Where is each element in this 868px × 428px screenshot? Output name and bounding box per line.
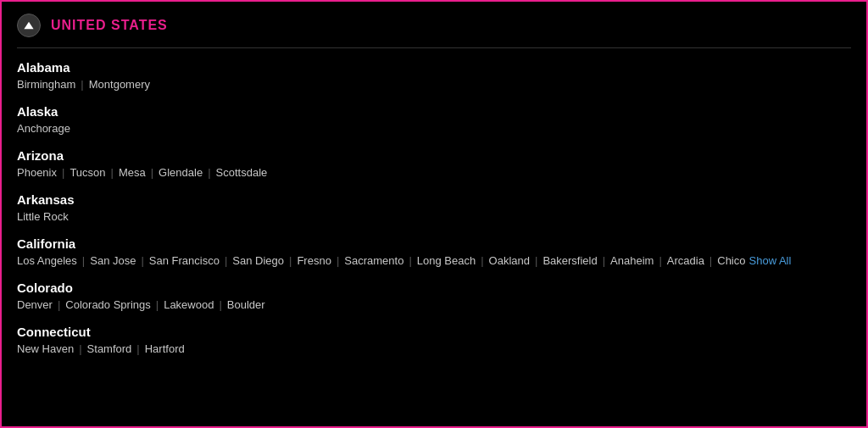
- city-separator: |: [225, 254, 227, 267]
- city-item: Mesa|: [119, 166, 159, 179]
- city-separator: |: [208, 166, 210, 179]
- city-item: Chico: [717, 254, 745, 267]
- city-item: Phoenix|: [17, 166, 70, 179]
- city-link[interactable]: Glendale: [159, 166, 203, 179]
- city-link[interactable]: Boulder: [227, 298, 265, 311]
- city-separator: |: [709, 254, 712, 267]
- city-separator: |: [337, 254, 339, 267]
- cities-list: Little Rock: [17, 210, 851, 223]
- show-all-button[interactable]: Show All: [749, 254, 792, 267]
- state-section-colorado: ColoradoDenver|Colorado Springs|Lakewood…: [17, 281, 851, 311]
- city-link[interactable]: Los Angeles: [17, 254, 77, 267]
- city-link[interactable]: San Jose: [90, 254, 136, 267]
- city-link[interactable]: Fresno: [297, 254, 331, 267]
- city-link[interactable]: Anaheim: [610, 254, 654, 267]
- cities-list: Denver|Colorado Springs|Lakewood|Boulder: [17, 298, 851, 311]
- city-separator: |: [535, 254, 537, 267]
- collapse-button[interactable]: [17, 14, 41, 37]
- city-item: Hartford: [145, 342, 185, 355]
- city-separator: |: [219, 298, 221, 311]
- city-link[interactable]: Sacramento: [344, 254, 403, 267]
- city-item: Anaheim|: [610, 254, 667, 267]
- city-link[interactable]: Tucson: [70, 166, 105, 179]
- city-separator: |: [136, 342, 139, 355]
- cities-list: New Haven|Stamford|Hartford: [17, 342, 851, 355]
- state-name: California: [17, 236, 851, 251]
- city-item: Long Beach|: [417, 254, 489, 267]
- state-name: Alabama: [17, 60, 851, 75]
- state-name: Arkansas: [17, 192, 851, 207]
- city-item: Los Angeles|: [17, 254, 90, 267]
- city-item: Oakland|: [489, 254, 543, 267]
- city-link[interactable]: Phoenix: [17, 166, 57, 179]
- city-link[interactable]: San Francisco: [149, 254, 220, 267]
- city-separator: |: [481, 254, 483, 267]
- state-section-connecticut: ConnecticutNew Haven|Stamford|Hartford: [17, 325, 851, 355]
- city-link[interactable]: Montgomery: [89, 78, 150, 91]
- city-item: Stamford|: [87, 342, 145, 355]
- state-section-arkansas: ArkansasLittle Rock: [17, 192, 851, 223]
- state-name: Arizona: [17, 148, 851, 163]
- city-item: San Diego|: [232, 254, 297, 267]
- city-item: Anchorage: [17, 122, 70, 135]
- header-divider: [17, 47, 851, 48]
- state-section-alaska: AlaskaAnchorage: [17, 104, 851, 135]
- city-separator: |: [156, 298, 159, 311]
- cities-list: Los Angeles|San Jose|San Francisco|San D…: [17, 254, 851, 267]
- city-item: Montgomery: [89, 78, 150, 91]
- city-item: Boulder: [227, 298, 265, 311]
- city-link[interactable]: Anchorage: [17, 122, 70, 135]
- city-separator: |: [82, 254, 85, 267]
- city-item: Sacramento|: [344, 254, 416, 267]
- city-separator: |: [409, 254, 411, 267]
- city-separator: |: [151, 166, 153, 179]
- header: UNITED STATES: [17, 14, 851, 37]
- city-item: Colorado Springs|: [65, 298, 164, 311]
- chevron-up-icon: [23, 19, 35, 31]
- city-item: Lakewood|: [164, 298, 227, 311]
- main-container: UNITED STATES AlabamaBirmingham|Montgome…: [2, 2, 866, 381]
- city-separator: |: [289, 254, 292, 267]
- city-item: Arcadia|: [667, 254, 717, 267]
- city-link[interactable]: San Diego: [232, 254, 284, 267]
- city-link[interactable]: Stamford: [87, 342, 132, 355]
- state-name: Connecticut: [17, 325, 851, 339]
- city-separator: |: [81, 78, 83, 91]
- city-link[interactable]: Colorado Springs: [65, 298, 150, 311]
- city-link[interactable]: Mesa: [119, 166, 146, 179]
- city-link[interactable]: Lakewood: [164, 298, 214, 311]
- city-separator: |: [659, 254, 661, 267]
- city-separator: |: [141, 254, 143, 267]
- city-item: San Jose|: [90, 254, 149, 267]
- state-section-arizona: ArizonaPhoenix|Tucson|Mesa|Glendale|Scot…: [17, 148, 851, 179]
- svg-marker-0: [24, 22, 33, 29]
- city-item: Fresno|: [297, 254, 344, 267]
- city-link[interactable]: Oakland: [489, 254, 530, 267]
- city-link[interactable]: Little Rock: [17, 210, 69, 223]
- city-link[interactable]: Birmingham: [17, 78, 75, 91]
- city-link[interactable]: New Haven: [17, 342, 74, 355]
- city-link[interactable]: Arcadia: [667, 254, 704, 267]
- city-separator: |: [58, 298, 60, 311]
- city-item: San Francisco|: [149, 254, 232, 267]
- state-name: Colorado: [17, 281, 851, 295]
- city-link[interactable]: Chico: [717, 254, 745, 267]
- city-separator: |: [79, 342, 81, 355]
- state-section-california: CaliforniaLos Angeles|San Jose|San Franc…: [17, 236, 851, 267]
- city-item: Scottsdale: [216, 166, 268, 179]
- city-item: Glendale|: [159, 166, 215, 179]
- city-separator: |: [603, 254, 605, 267]
- city-link[interactable]: Denver: [17, 298, 53, 311]
- city-separator: |: [62, 166, 64, 179]
- state-section-alabama: AlabamaBirmingham|Montgomery: [17, 60, 851, 91]
- section-title: UNITED STATES: [51, 18, 168, 33]
- city-link[interactable]: Scottsdale: [216, 166, 268, 179]
- city-item: Tucson|: [70, 166, 119, 179]
- city-item: Bakersfield|: [542, 254, 610, 267]
- city-item: Denver|: [17, 298, 65, 311]
- city-link[interactable]: Hartford: [145, 342, 185, 355]
- city-link[interactable]: Long Beach: [417, 254, 476, 267]
- city-separator: |: [111, 166, 114, 179]
- city-item: Little Rock: [17, 210, 69, 223]
- city-link[interactable]: Bakersfield: [542, 254, 597, 267]
